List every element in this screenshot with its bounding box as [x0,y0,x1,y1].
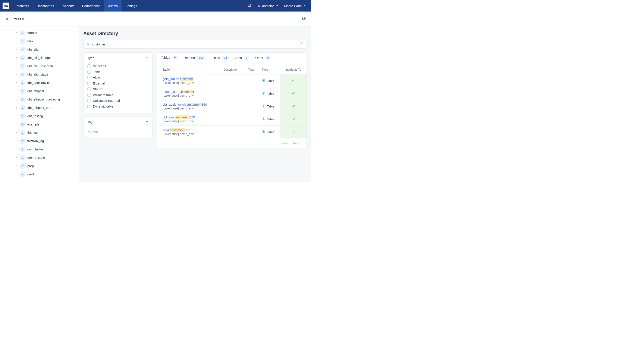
filter-option[interactable]: View [87,75,148,80]
chevron-up-icon [145,56,148,60]
filter-option-label: Collapsed External [93,99,120,102]
snowflake-icon [262,130,265,134]
incident-cell [280,87,306,100]
schema-badge-icon: s [20,105,25,110]
check-icon [292,80,295,83]
nav-item-assets[interactable]: Assets [104,0,121,12]
filter-option[interactable]: Select all [87,63,148,69]
filter-card-type: Type Select all Table View External Stre… [83,53,153,113]
tree-item[interactable]: s dbt_aliu_lineage [0,54,79,62]
tree-item[interactable]: s dbt_apeltinovich [0,78,79,87]
filter-option[interactable]: Dynamic table [87,104,148,109]
tab-count-badge: 100 [197,56,205,59]
filter-option-label: Stream [93,87,103,91]
col-incidents[interactable]: Incidents 7d [280,64,306,74]
results-table: Table Description Tags Type Incidents 7d… [157,64,307,139]
tree-item[interactable]: s dbt_aliu_stage [0,70,79,78]
filter-option-label: Select all [93,64,106,68]
tree-item[interactable]: s bulk [0,37,79,45]
next-button[interactable]: Next [293,142,302,145]
schema-badge-icon: s [20,30,25,36]
tree-item-label: dbt_ethpost [27,89,44,93]
tree-item[interactable]: s dbt_aliu_research [0,62,79,70]
tree-item[interactable]: s dbt_testing [0,112,79,120]
domain-selector[interactable]: All domains [255,4,281,8]
chevron-right-icon [15,64,18,68]
tab-reports[interactable]: Reports 100 [184,56,205,62]
table-link[interactable]: monte_carlo.customer [163,90,194,93]
filter-option[interactable]: Collapsed External [87,98,148,104]
tree-item-label: gold_tables [27,147,44,151]
col-type[interactable]: Type [259,64,281,74]
table-link[interactable]: gold_tables.customer [163,77,193,81]
chevron-right-icon [15,97,18,101]
tree-item[interactable]: s monte_carlo [0,153,79,162]
table-link[interactable]: prod.customer_360 [163,128,190,132]
schema-badge-icon: s [20,146,25,152]
schema-badge-icon: s [20,80,25,86]
nav-item-performance[interactable]: Performance [78,0,104,12]
tab-tables[interactable]: Tables 5 [161,56,178,62]
chevron-up-icon [145,120,148,124]
col-table[interactable]: Table [157,64,221,74]
info-icon[interactable] [300,42,304,46]
tree-item[interactable]: s dbt_ethpost_marketing [0,95,79,104]
tree-item-label: dbt_apeltinovich [27,81,50,85]
tab-other[interactable]: Other 0 [255,56,271,62]
filter-option[interactable]: Stream [87,86,148,92]
nav-item-incidents[interactable]: Incidents [58,0,78,12]
search-bar[interactable] [83,40,307,49]
type-cell: Table [262,79,278,83]
tree-item[interactable]: s finance [0,128,79,137]
tab-label: Fields [212,56,220,59]
page-title: Assets [14,17,25,21]
table-subtitle: [Lakehouse] demo_env [163,132,218,136]
search-input[interactable] [92,42,298,46]
tree-item[interactable]: s dbt_ethpost_prep [0,104,79,112]
tree-item[interactable]: s fivetran_log [0,137,79,145]
filter-option[interactable]: Wildcard table [87,92,148,98]
table-link[interactable]: dbt_apeltinovich.customer_360 [163,103,207,106]
tree-item-label: dbt_ethpost_prep [27,106,52,109]
schema-badge-icon: s [20,72,25,77]
chevron-down-icon [276,5,278,6]
chevron-right-icon [15,172,18,176]
schema-badge-icon: s [20,47,25,52]
check-icon [292,92,295,96]
prev-label: Prev [282,142,288,145]
close-icon[interactable] [5,17,9,21]
tab-jobs[interactable]: Jobs 0 [235,56,249,62]
filter-option[interactable]: External [87,80,148,86]
tags-cell [245,74,259,87]
filter-option[interactable]: Table [87,69,148,75]
tree-item[interactable]: s prod [0,170,79,178]
tags-empty-text: No tags [83,127,152,137]
tree-item[interactable]: s bronze [0,29,79,37]
tree-item[interactable]: s gold_tables [0,145,79,153]
brand-logo[interactable]: MC [2,2,9,9]
filter-header-tags[interactable]: Tags [83,116,152,127]
nav-item-monitors[interactable]: Monitors [13,0,33,12]
tree-item[interactable]: s dbt_aliu [0,45,79,54]
sidebar-tree[interactable]: s bronze s bulk s dbt_aliu s dbt_aliu_li… [0,26,79,182]
bell-icon[interactable] [248,4,252,8]
table-link[interactable]: dbt_aliu.customer_360 [163,115,195,119]
tree-item[interactable]: s example [0,120,79,128]
nav-item-dashboards[interactable]: Dashboards [33,0,58,12]
type-label: Table [267,92,274,95]
chevron-right-icon [15,106,18,110]
type-cell: Table [262,91,278,96]
col-description[interactable]: Description [221,64,245,74]
user-menu[interactable]: Monte Carlo [281,4,309,8]
nav-item-settings[interactable]: Settings [121,0,141,12]
prev-button[interactable]: Prev [279,142,288,145]
chevron-right-icon [15,156,18,160]
tab-fields[interactable]: Fields 36 [212,56,229,62]
filter-header-type[interactable]: Type [83,53,152,63]
tree-item[interactable]: s prep [0,162,79,170]
tree-item[interactable]: s dbt_ethpost [0,87,79,95]
tab-label: Tables [161,56,170,59]
col-tags[interactable]: Tags [245,64,259,74]
graduation-cap-icon[interactable] [301,16,306,22]
chevron-down-icon [304,5,306,6]
